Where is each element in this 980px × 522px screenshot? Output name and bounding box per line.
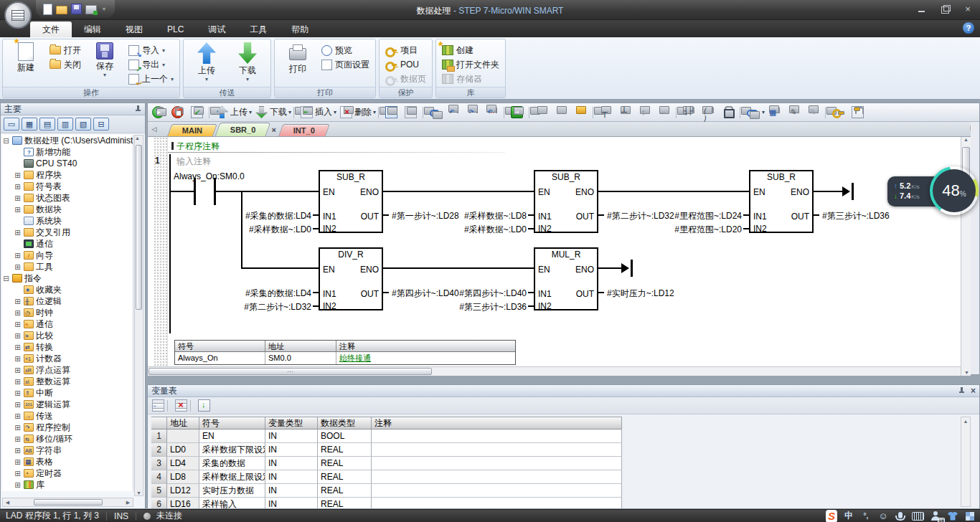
goto-network-button[interactable] xyxy=(509,105,528,120)
tab-sbr0[interactable]: SBR_0 xyxy=(215,123,271,136)
tab-scroll-left-icon[interactable]: ◁ xyxy=(149,123,159,135)
bookmark-clear-button[interactable] xyxy=(484,105,503,120)
operand-label[interactable]: #采集的数据:LD4 xyxy=(175,210,311,222)
var-type-cell[interactable]: IN xyxy=(265,470,318,484)
view-data-block-icon[interactable]: ▥ xyxy=(57,118,73,130)
ladder-block-div-r[interactable]: DIV_R ENENO IN1IN2OUT xyxy=(319,247,383,310)
compile-button[interactable] xyxy=(189,105,208,120)
upload-button[interactable]: 上传▾ xyxy=(215,105,253,120)
key-button[interactable] xyxy=(831,105,849,120)
network-comment[interactable]: 输入注释 xyxy=(176,156,211,168)
box-button[interactable] xyxy=(720,105,739,120)
symbol-cell[interactable]: Always_On xyxy=(175,352,265,364)
qa-save-icon[interactable] xyxy=(71,4,82,14)
expander-icon[interactable]: ⊞ xyxy=(14,183,22,191)
tree-horizontal-scrollbar[interactable]: ◀▶ xyxy=(2,498,133,507)
operand-label[interactable]: #采集的数据:LD4 xyxy=(175,288,311,300)
comment-cell[interactable] xyxy=(372,498,622,508)
expander-icon[interactable]: ⊞ xyxy=(14,366,22,374)
tab-int0[interactable]: INT_0 xyxy=(278,124,330,136)
tree-item-timer[interactable]: ⊞ 定时器 xyxy=(2,468,133,479)
address-cell[interactable] xyxy=(167,430,199,443)
expander-icon[interactable]: ⊞ xyxy=(14,206,22,214)
expander-icon[interactable]: ⊞ xyxy=(14,309,22,317)
run-button[interactable] xyxy=(151,105,169,120)
data-type-cell[interactable]: REAL xyxy=(318,470,372,484)
app-menu-button[interactable] xyxy=(4,1,32,29)
tab-close-icon[interactable]: × xyxy=(272,125,276,134)
menu-item-edit[interactable]: 编辑 xyxy=(72,22,113,37)
ime-chinese-icon[interactable]: 中 xyxy=(843,511,854,522)
tree-item-program-block[interactable]: ⊞ 程序块 xyxy=(2,169,133,181)
view-status-chart-icon[interactable]: ▤ xyxy=(39,118,55,130)
expander-icon[interactable]: ⊞ xyxy=(14,389,22,397)
ime-skin-icon[interactable] xyxy=(947,511,958,522)
scrollbar-thumb[interactable] xyxy=(136,145,142,310)
tree-item-cpu-st40[interactable]: CPU ST40 xyxy=(2,158,133,169)
properties-button[interactable] xyxy=(850,105,869,120)
tree-item-compare[interactable]: ⊞ 比较 xyxy=(2,330,133,341)
page-setup-button[interactable]: 页面设置 xyxy=(319,58,372,71)
branch-up-button[interactable] xyxy=(618,105,636,120)
symbol-cell[interactable]: 实时压力数据 xyxy=(199,484,265,498)
scrollbar-thumb[interactable] xyxy=(34,499,103,506)
operand-label[interactable]: #采样数据~:LD0 xyxy=(175,224,311,236)
column-header[interactable]: 地址 xyxy=(167,417,199,430)
tree-item-integer-math[interactable]: ⊞ 整数运算 xyxy=(2,376,133,387)
menu-item-plc[interactable]: PLC xyxy=(155,22,196,37)
tree-item-table[interactable]: ⊞ 表格 xyxy=(2,456,133,468)
column-header[interactable]: 注释 xyxy=(372,417,622,430)
operand-label[interactable]: #第四步计~:LD40 xyxy=(425,288,527,300)
expander-icon[interactable]: ⊞ xyxy=(14,321,22,328)
ladder-block-mul-r[interactable]: MUL_R ENENO IN1IN2OUT xyxy=(534,247,598,310)
lock-button[interactable] xyxy=(534,105,553,120)
expander-icon[interactable]: ⊞ xyxy=(14,470,22,478)
bookmark-previous-button[interactable] xyxy=(446,105,464,120)
apply-button[interactable] xyxy=(197,398,212,414)
comment-cell[interactable] xyxy=(372,430,622,443)
address-cell[interactable]: LD16 xyxy=(167,498,199,508)
tree-item-communication-instr[interactable]: ⊞ 通信 xyxy=(2,318,133,330)
open-button[interactable]: 打开 xyxy=(47,44,83,57)
column-header[interactable]: 符号 xyxy=(199,417,265,430)
data-type-cell[interactable]: REAL xyxy=(318,443,372,457)
symbol-cell[interactable]: 采样数据下限设定 xyxy=(199,443,265,457)
expander-icon[interactable]: ⊞ xyxy=(14,229,22,237)
sogou-logo-icon[interactable]: S xyxy=(826,510,837,522)
tree-item-convert[interactable]: ⊞ 转换 xyxy=(2,341,133,353)
expander-icon[interactable]: ⊞ xyxy=(14,458,22,466)
close-button[interactable]: × xyxy=(963,5,973,14)
comment-cell[interactable]: 始终接通 xyxy=(336,352,515,364)
library-open-folder-button[interactable]: 打开文件夹 xyxy=(440,58,501,71)
view-program-editor-icon[interactable]: ▭ xyxy=(4,118,19,130)
row-number[interactable]: 6 xyxy=(151,498,167,508)
ime-profile-icon[interactable]: 18 xyxy=(930,511,941,522)
qa-more-icon[interactable]: ▿ xyxy=(100,3,108,15)
subroutine-comment[interactable]: 子程序注释 xyxy=(176,141,220,153)
protect-project-button[interactable]: 项目 xyxy=(383,44,428,57)
expander-icon[interactable]: ⊞ xyxy=(14,298,22,305)
row-number[interactable]: 1 xyxy=(151,430,167,443)
import-button[interactable]: 导入▾ xyxy=(126,44,176,57)
view-symbol-table-icon[interactable]: ▦ xyxy=(22,118,37,130)
qa-print-icon[interactable] xyxy=(85,5,97,14)
menu-item-view[interactable]: 视图 xyxy=(113,22,155,37)
line-right-button[interactable] xyxy=(656,105,675,120)
comment-cell[interactable] xyxy=(372,484,622,498)
address-cell[interactable]: LD8 xyxy=(167,470,199,484)
editor-horizontal-scrollbar[interactable]: ⋯ xyxy=(148,366,961,376)
operand-label[interactable]: #采样数据~:LD8 xyxy=(425,210,527,222)
tree-item-communication[interactable]: 通信 xyxy=(2,238,133,250)
address-cell[interactable]: LD12 xyxy=(167,484,199,498)
tree-item-cross-reference[interactable]: ⊞ 交叉引用 xyxy=(2,227,133,238)
protect-pou-button[interactable]: POU xyxy=(383,58,428,71)
tree-item-interrupt[interactable]: ⊞ 中断 xyxy=(2,387,133,399)
delete-network-button[interactable]: 删除▾ xyxy=(339,105,377,120)
operand-label[interactable]: #里程范围~:LD24 xyxy=(640,210,742,222)
comment-cell[interactable] xyxy=(372,457,622,470)
edit-symbol-table-button[interactable] xyxy=(806,105,824,120)
restore-button[interactable] xyxy=(940,5,950,14)
preview-button[interactable]: 预览 xyxy=(319,44,372,57)
download-button-ribbon[interactable]: 下载▾ xyxy=(228,41,267,82)
tree-item-favorites[interactable]: 收藏夹 xyxy=(2,284,133,295)
